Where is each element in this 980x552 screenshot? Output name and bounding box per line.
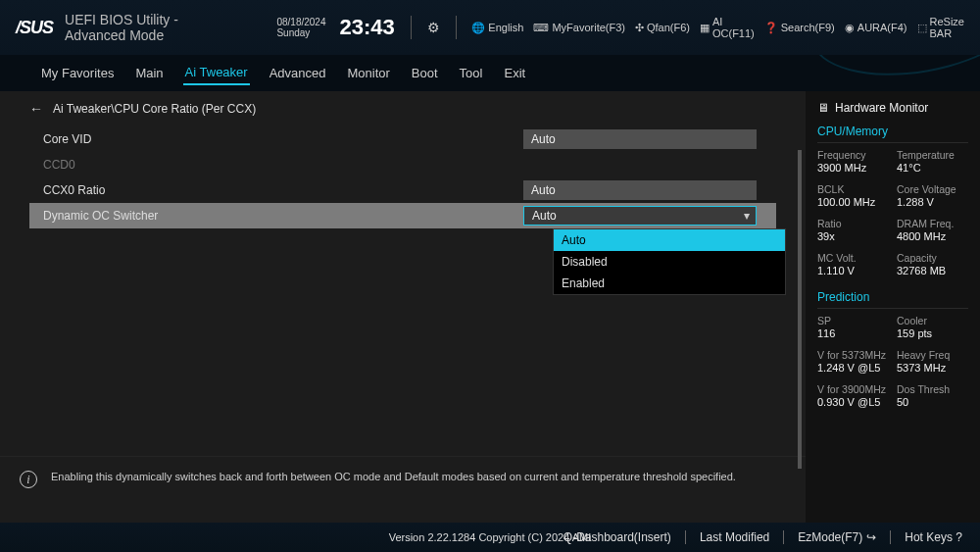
stat-label: V for 5373MHz [817, 349, 889, 361]
sidebar-section-prediction: Prediction [817, 290, 968, 309]
dropdown-option-disabled[interactable]: Disabled [554, 251, 785, 273]
stat-label: SP [817, 315, 889, 326]
setting-label: CCD0 [43, 158, 523, 172]
header-bar: /SUS UEFI BIOS Utility - Advanced Mode 0… [0, 0, 980, 55]
dropdown-option-enabled[interactable]: Enabled [554, 273, 785, 294]
brand-logo: /SUS [16, 18, 53, 38]
tab-ai-tweaker[interactable]: Ai Tweaker [183, 61, 250, 85]
stat-value: 159 pts [897, 327, 968, 339]
last-modified-button[interactable]: Last Modified [700, 530, 769, 544]
setting-row-dynamic-oc[interactable]: Dynamic OC Switcher Auto [29, 203, 776, 228]
stat-value: 32768 MB [897, 265, 968, 276]
setting-field[interactable]: Auto [523, 180, 757, 200]
shortcut-qfan[interactable]: ✣Qfan(F6) [635, 22, 690, 34]
shortcut-favorite[interactable]: ⌨MyFavorite(F3) [533, 22, 625, 34]
tab-advanced[interactable]: Advanced [268, 62, 328, 84]
help-text: Enabling this dynamically switches back … [51, 471, 736, 482]
stat-value: 100.00 MHz [817, 196, 889, 208]
day-text: Sunday [276, 27, 325, 38]
stat-value: 4800 MHz [897, 230, 968, 242]
setting-row-core-vid[interactable]: Core VID Auto [29, 126, 776, 152]
scrollbar[interactable] [798, 150, 802, 469]
setting-row-ccx0-ratio[interactable]: CCX0 Ratio Auto [29, 177, 776, 203]
shortcut-search[interactable]: ❓Search(F9) [764, 22, 835, 34]
stat-label: Heavy Freq [897, 349, 968, 361]
stat-value: 0.930 V @L5 [817, 396, 889, 408]
keyboard-icon: ⌨ [533, 22, 549, 34]
sidebar-section-cpu: CPU/Memory [817, 125, 968, 143]
hardware-monitor-panel: 🖥Hardware Monitor CPU/Memory Frequency39… [806, 91, 980, 527]
setting-row-ccd0: CCD0 [29, 152, 776, 177]
bios-title: UEFI BIOS Utility - Advanced Mode [65, 12, 233, 43]
stat-label: Dos Thresh [897, 383, 968, 395]
breadcrumb-text: Ai Tweaker\CPU Core Ratio (Per CCX) [53, 102, 256, 116]
datetime-block: 08/18/2024 Sunday 23:43 [276, 15, 394, 40]
tab-main[interactable]: Main [133, 62, 165, 84]
stat-value: 1.288 V [897, 196, 968, 208]
info-icon: i [20, 471, 37, 488]
tab-boot[interactable]: Boot [410, 62, 440, 84]
dropdown-option-auto[interactable]: Auto [554, 229, 785, 251]
time-text: 23:43 [339, 15, 394, 40]
stat-label: BCLK [817, 183, 889, 195]
stat-value: 116 [817, 327, 889, 339]
stat-value: 1.110 V [817, 265, 889, 276]
stat-value: 3900 MHz [817, 162, 889, 174]
exit-icon: ↪ [866, 530, 876, 544]
tab-favorites[interactable]: My Favorites [39, 62, 116, 84]
hotkeys-button[interactable]: Hot Keys ? [905, 530, 962, 544]
ezmode-button[interactable]: EzMode(F7)↪ [798, 530, 876, 545]
gear-icon[interactable]: ⚙ [427, 20, 440, 35]
tab-tool[interactable]: Tool [458, 62, 485, 84]
setting-label: CCX0 Ratio [43, 183, 523, 197]
content-panel: ← Ai Tweaker\CPU Core Ratio (Per CCX) Co… [0, 91, 806, 527]
setting-dropdown[interactable]: Auto [523, 206, 757, 226]
question-icon: ❓ [764, 22, 778, 34]
shortcut-aura[interactable]: ◉AURA(F4) [845, 22, 907, 34]
stat-label: Core Voltage [897, 183, 968, 195]
breadcrumb: ← Ai Tweaker\CPU Core Ratio (Per CCX) [0, 91, 806, 126]
tab-exit[interactable]: Exit [502, 62, 527, 84]
stat-value: 39x [817, 230, 889, 242]
stat-label: Cooler [897, 315, 968, 326]
setting-label: Core VID [43, 132, 523, 146]
shortcut-resizebar[interactable]: ⬚ReSize BAR [917, 16, 964, 39]
shortcut-aioc[interactable]: ▦AI OC(F11) [700, 16, 755, 39]
dropdown-menu[interactable]: Auto Disabled Enabled [553, 228, 786, 295]
fan-icon: ✣ [635, 22, 644, 34]
qdashboard-button[interactable]: Q-Dashboard(Insert) [564, 530, 671, 544]
aura-icon: ◉ [845, 22, 855, 34]
stat-label: Frequency [817, 149, 889, 161]
stat-label: Capacity [897, 252, 968, 264]
stat-value: 50 [897, 396, 968, 408]
monitor-icon: 🖥 [817, 101, 829, 115]
stat-label: Temperature [897, 149, 968, 161]
stat-value: 5373 MHz [897, 362, 968, 374]
help-strip: i Enabling this dynamically switches bac… [0, 456, 806, 527]
sidebar-title: Hardware Monitor [835, 101, 928, 115]
setting-label: Dynamic OC Switcher [43, 209, 523, 223]
tab-monitor[interactable]: Monitor [346, 62, 392, 84]
shortcut-bar: 🌐English ⌨MyFavorite(F3) ✣Qfan(F6) ▦AI O… [471, 16, 964, 39]
chip-icon: ▦ [700, 22, 710, 34]
resize-icon: ⬚ [917, 22, 927, 34]
date-text: 08/18/2024 [276, 17, 325, 27]
stat-label: DRAM Freq. [897, 218, 968, 229]
back-arrow-icon[interactable]: ← [29, 101, 43, 117]
globe-icon: 🌐 [471, 22, 485, 34]
main-tabs: My Favorites Main Ai Tweaker Advanced Mo… [0, 55, 980, 91]
stat-label: MC Volt. [817, 252, 889, 264]
setting-field[interactable]: Auto [523, 129, 757, 149]
bottom-bar: Q-Dashboard(Insert) Last Modified EzMode… [0, 523, 980, 552]
question-icon: ? [956, 530, 962, 544]
stat-value: 1.248 V @L5 [817, 362, 889, 374]
stat-label: V for 3900MHz [817, 383, 889, 395]
stat-label: Ratio [817, 218, 889, 229]
stat-value: 41°C [897, 162, 968, 174]
shortcut-language[interactable]: 🌐English [471, 22, 523, 34]
